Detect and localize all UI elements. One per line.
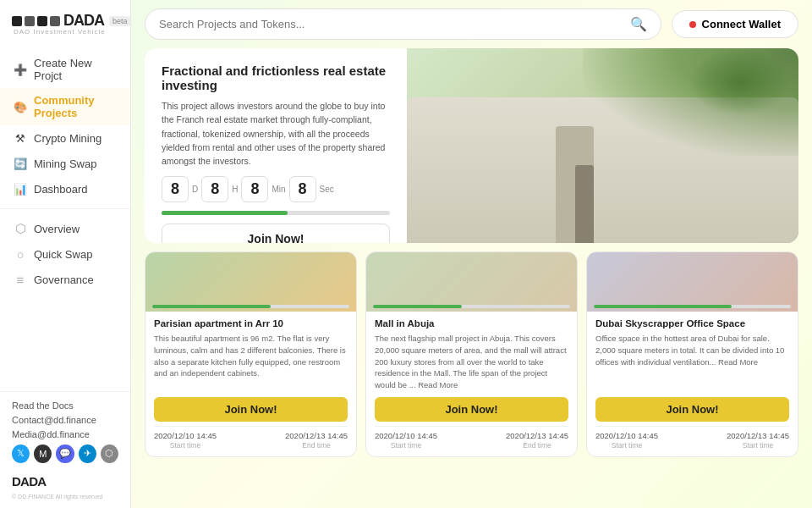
- card-title-2: Dubai Skyscrapper Office Space: [595, 318, 789, 329]
- twitter-icon[interactable]: 𝕏: [12, 444, 30, 463]
- card-title-1: Mall in Abuja: [375, 318, 568, 329]
- countdown-min-label: Min: [272, 185, 285, 194]
- card-times-1: 2020/12/10 14:45 Start time 2020/12/13 1…: [375, 426, 568, 450]
- sidebar-item-dashboard[interactable]: 📊 Dashboard: [0, 176, 130, 202]
- project-card-2: Dubai Skyscrapper Office Space Office sp…: [586, 251, 798, 457]
- logo-text: DADA: [63, 12, 104, 30]
- swap-icon: 🔄: [14, 157, 27, 170]
- discord-icon[interactable]: 💬: [56, 444, 74, 463]
- card-body-2: Dubai Skyscrapper Office Space Office sp…: [587, 312, 798, 456]
- card-image-1: [366, 252, 577, 312]
- card-description-2: Office space in the hottest area of Duba…: [595, 333, 789, 391]
- sidebar-item-label: Create New Projct: [34, 57, 117, 82]
- sidebar-item-label: Crypto Mining: [34, 132, 102, 145]
- card-progress-fill-2: [594, 305, 732, 308]
- governance-icon: ≡: [14, 273, 27, 286]
- project-cards: Parisian apartment in Arr 10 This beauti…: [131, 251, 812, 466]
- countdown-sec-label: Sec: [320, 185, 334, 194]
- card-start-time-0: 2020/12/10 14:45 Start time: [154, 431, 217, 450]
- media-link[interactable]: Media@dd.finance: [12, 429, 118, 439]
- sidebar: DADA beta DAO Investment Vehicle ➕ Creat…: [0, 0, 131, 508]
- quickswap-icon: ○: [14, 247, 27, 261]
- logo-beta: beta: [109, 16, 131, 26]
- sidebar-item-overview[interactable]: ⬡ Overview: [0, 216, 130, 241]
- card-start-time-2: 2020/12/10 14:45 Start time: [595, 431, 658, 450]
- card-body-1: Mall in Abuja The next flagship mall pro…: [366, 312, 577, 456]
- sidebar-item-label: Community Projects: [34, 94, 117, 119]
- sidebar-item-create[interactable]: ➕ Create New Projct: [0, 51, 130, 88]
- sidebar-item-crypto-mining[interactable]: ⚒ Crypto Mining: [0, 125, 130, 151]
- sidebar-nav-secondary: ⬡ Overview ○ Quick Swap ≡ Governance: [0, 209, 130, 299]
- social-icons: 𝕏 M 💬 ✈ ⬡: [12, 444, 118, 463]
- search-input[interactable]: [159, 18, 623, 30]
- card-description-1: The next flagship mall project in Abuja.…: [375, 333, 568, 391]
- search-bar[interactable]: 🔍: [145, 8, 661, 40]
- hex-icon[interactable]: ⬡: [101, 444, 118, 463]
- card-join-button-2[interactable]: Join Now!: [595, 397, 789, 422]
- connect-wallet-label: Connect Wallet: [702, 18, 781, 30]
- card-title-0: Parisian apartment in Arr 10: [154, 318, 348, 329]
- countdown-hours-label: H: [232, 185, 238, 194]
- connect-wallet-button[interactable]: Connect Wallet: [672, 10, 798, 38]
- telegram-icon[interactable]: ✈: [79, 444, 96, 463]
- card-times-0: 2020/12/10 14:45 Start time 2020/12/13 1…: [154, 426, 348, 450]
- hero-image: [407, 48, 798, 243]
- wallet-status-dot: [689, 21, 696, 28]
- mining-icon: ⚒: [14, 131, 27, 145]
- sidebar-item-label: Overview: [34, 223, 80, 235]
- card-end-time-0: 2020/12/13 14:45 End time: [285, 431, 348, 450]
- project-card-1: Mall in Abuja The next flagship mall pro…: [365, 251, 578, 457]
- community-icon: 🎨: [14, 100, 27, 113]
- logo-area: DADA beta DAO Investment Vehicle: [0, 0, 130, 44]
- search-icon: 🔍: [630, 16, 647, 32]
- header: 🔍 Connect Wallet: [131, 0, 812, 48]
- card-progress-bar-0: [152, 305, 349, 308]
- svg-text:DADA: DADA: [12, 473, 47, 488]
- card-times-2: 2020/12/10 14:45 Start time 2020/12/13 1…: [595, 426, 789, 450]
- sidebar-item-governance[interactable]: ≡ Governance: [0, 267, 130, 292]
- countdown-timer: 8 D 8 H 8 Min 8 Sec: [162, 176, 390, 202]
- hero-section: Fractional and frictionless real estate …: [145, 48, 798, 243]
- card-end-time-2: 2020/12/13 14:45 Start time: [727, 431, 789, 450]
- card-end-time-1: 2020/12/13 14:45 End time: [506, 431, 568, 450]
- sidebar-item-quickswap[interactable]: ○ Quick Swap: [0, 241, 130, 267]
- hero-progress-bar: [162, 211, 390, 215]
- countdown-min-val: 8: [241, 176, 268, 202]
- countdown-hours-val: 8: [201, 176, 228, 202]
- countdown-sec-val: 8: [289, 176, 316, 202]
- card-description-0: This beautiful apartment is 96 m2. The f…: [154, 333, 348, 391]
- sidebar-nav-main: ➕ Create New Projct 🎨 Community Projects…: [0, 44, 130, 209]
- sidebar-item-community[interactable]: 🎨 Community Projects: [0, 88, 130, 125]
- main-content: 🔍 Connect Wallet Fractional and friction…: [131, 0, 812, 508]
- sidebar-item-mining-swap[interactable]: 🔄 Mining Swap: [0, 151, 130, 176]
- create-icon: ➕: [14, 63, 27, 76]
- card-join-button-1[interactable]: Join Now!: [375, 397, 568, 422]
- countdown-days-val: 8: [162, 176, 189, 202]
- sidebar-bottom: Read the Docs Contact@dd.finance Media@d…: [0, 391, 130, 509]
- sidebar-item-label: Quick Swap: [34, 248, 92, 261]
- hero-description: This project allows investors around the…: [162, 99, 390, 168]
- hero-progress-fill: [162, 211, 288, 215]
- contact-link[interactable]: Contact@dd.finance: [12, 415, 118, 425]
- hero-title: Fractional and frictionless real estate …: [162, 64, 390, 92]
- sidebar-item-label: Mining Swap: [34, 157, 96, 170]
- logo-subtitle: DAO Investment Vehicle: [12, 28, 131, 36]
- card-image-0: [145, 252, 356, 312]
- overview-icon: ⬡: [14, 222, 27, 235]
- medium-icon[interactable]: M: [34, 444, 52, 463]
- card-join-button-0[interactable]: Join Now!: [154, 397, 348, 422]
- card-image-2: [587, 252, 798, 312]
- card-progress-bar-2: [594, 305, 791, 308]
- card-progress-fill-1: [373, 305, 462, 308]
- dashboard-icon: 📊: [14, 182, 27, 196]
- hero-image-placeholder: [407, 48, 798, 243]
- countdown-days-label: D: [192, 185, 198, 194]
- hero-content: Fractional and frictionless real estate …: [145, 48, 407, 243]
- dada-logo-bottom: DADA: [12, 472, 63, 491]
- card-progress-fill-0: [152, 305, 271, 308]
- card-start-time-1: 2020/12/10 14:45 Start time: [375, 431, 437, 450]
- sidebar-item-label: Dashboard: [34, 183, 88, 196]
- bottom-logo: DADA © DD.FINANCE All rights reserved: [12, 472, 118, 500]
- hero-join-button[interactable]: Join Now!: [162, 224, 390, 243]
- read-docs-link[interactable]: Read the Docs: [12, 400, 118, 411]
